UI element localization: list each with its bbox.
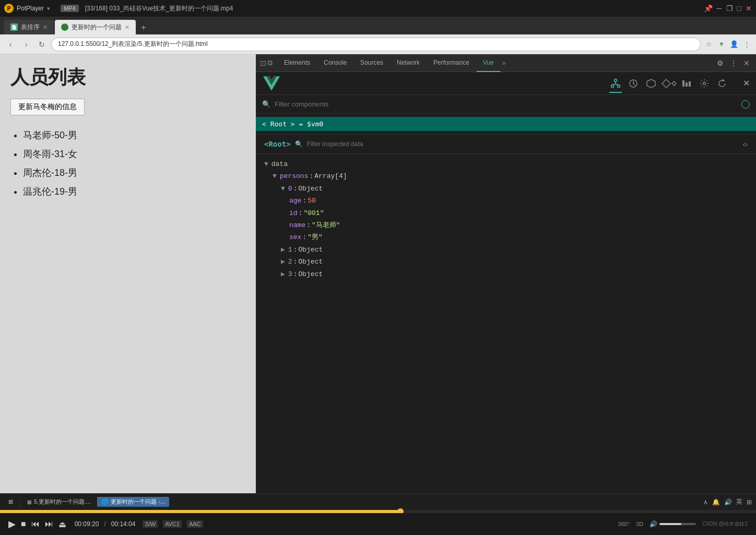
root-component-item[interactable]: < Root > = $vm0 — [256, 117, 756, 131]
tab-performance[interactable]: Performance — [427, 54, 476, 72]
tab-vue[interactable]: Vue — [477, 54, 500, 72]
device-mode-icon[interactable]: ⧉ — [267, 58, 273, 67]
svg-point-2 — [618, 85, 620, 87]
component-tree-icon[interactable] — [607, 75, 624, 92]
open-button[interactable]: ⏏ — [58, 519, 66, 529]
volume-fill — [659, 523, 681, 525]
tab-1[interactable]: 📄 表排序 ✕ — [4, 20, 54, 34]
next-button[interactable]: ⏭ — [45, 519, 53, 529]
codec2-badge: AAC — [187, 520, 203, 528]
inspector-search-icon[interactable]: 🔍 — [295, 140, 303, 148]
player-controls: ▶ ■ ⏮ ⏭ ⏏ 00:09:20 / 00:14:04 S/W AVC1 A… — [0, 513, 756, 535]
svg-marker-7 — [647, 79, 655, 88]
maximize-icon[interactable]: □ — [737, 4, 741, 13]
router-icon[interactable] — [660, 75, 677, 92]
tab1-close[interactable]: ✕ — [43, 24, 48, 31]
taskbar-windows-icon[interactable]: ⊞ — [4, 497, 17, 506]
window-controls: 📌 ─ ❐ □ ✕ — [704, 4, 752, 13]
element-picker-icon[interactable]: ⊡ — [260, 59, 266, 67]
taskbar-item-2[interactable]: 🌐 更新时的一个问题 -... — [97, 497, 169, 507]
svg-rect-10 — [682, 80, 684, 87]
extensions-icon[interactable]: ▼ — [716, 39, 727, 50]
new-tab-button[interactable]: + — [137, 21, 150, 34]
forward-button[interactable]: › — [20, 38, 32, 51]
persons-array[interactable]: ▼ persons : Array[4] — [264, 170, 748, 182]
tab-console[interactable]: Console — [317, 54, 353, 72]
bookmark-star-icon[interactable]: ☆ — [704, 39, 714, 50]
item2-key: 2 — [288, 256, 292, 268]
tab-network[interactable]: Network — [391, 54, 426, 72]
more-options-icon[interactable]: ⋮ — [728, 58, 739, 68]
vue-settings-icon[interactable] — [696, 75, 713, 92]
minimize-icon[interactable]: ─ — [717, 4, 722, 13]
tray-volume-icon[interactable]: 🔊 — [724, 498, 732, 506]
refresh-button[interactable]: ↻ — [36, 38, 48, 51]
address-input[interactable] — [51, 38, 701, 51]
codec1-badge: AVC1 — [163, 520, 182, 528]
id-value: "001" — [303, 207, 324, 219]
stop-button[interactable]: ■ — [21, 519, 26, 529]
svg-line-5 — [616, 84, 619, 85]
vue-refresh-icon[interactable] — [714, 75, 730, 92]
more-tabs-icon[interactable]: » — [502, 60, 506, 67]
vuex-icon[interactable] — [643, 75, 659, 92]
timeline-icon[interactable] — [625, 75, 642, 92]
tab1-favicon: 📄 — [10, 23, 18, 31]
app-arrow[interactable]: ▾ — [47, 5, 50, 12]
item3-object[interactable]: ▶ 3 : Object — [264, 268, 748, 280]
menu-icon[interactable]: ⋮ — [741, 39, 752, 50]
tab2-close[interactable]: ✕ — [125, 24, 129, 31]
volume-icon[interactable]: 🔊 — [649, 520, 657, 528]
restore-icon[interactable]: ❐ — [726, 4, 733, 13]
data-collapse-arrow[interactable]: ▼ — [264, 158, 268, 170]
tray-expand-icon[interactable]: ∧ — [703, 498, 708, 506]
browser-window: 📄 表排序 ✕ 更新时的一个问题 ✕ + ‹ › ↻ ☆ ▼ 👤 ⋮ 人员列表 … — [0, 17, 756, 493]
list-item: 马老师-50-男 — [23, 126, 245, 145]
devtools-panel-close[interactable]: ✕ — [743, 78, 750, 88]
browser-icon: 🌐 — [101, 498, 109, 505]
performance-bar-icon[interactable] — [678, 75, 695, 92]
tab-2[interactable]: 更新时的一个问题 ✕ — [55, 20, 136, 34]
data-section[interactable]: ▼ data — [264, 158, 748, 170]
item3-expand-arrow[interactable]: ▶ — [281, 268, 285, 280]
code-view-icon[interactable]: ‹› — [743, 140, 748, 148]
svg-point-1 — [611, 85, 614, 87]
list-item: 温兆伦-19-男 — [23, 182, 245, 201]
settings-devtools-icon[interactable]: ⚙ — [715, 58, 726, 68]
tray-notification-icon[interactable]: 🔔 — [712, 498, 720, 506]
item0-object[interactable]: ▼ 0 : Object — [264, 183, 748, 195]
volume-slider[interactable] — [659, 523, 696, 525]
play-button[interactable]: ▶ — [8, 518, 16, 530]
update-button[interactable]: 更新马冬梅的信息 — [10, 99, 85, 115]
data-tree: ▼ data ▼ persons : Array[4] ▼ 0 : — [256, 154, 756, 284]
prev-button[interactable]: ⏮ — [31, 519, 40, 529]
speed-badge: S/W — [143, 520, 158, 528]
inspector-root-tag: <Root> — [264, 140, 291, 148]
tab-sources[interactable]: Sources — [354, 54, 389, 72]
close-icon[interactable]: ✕ — [746, 4, 752, 13]
item2-expand-arrow[interactable]: ▶ — [281, 256, 285, 268]
inspector-panel: ▼ data ▼ persons : Array[4] ▼ 0 : — [256, 154, 756, 493]
filter-data-input[interactable] — [307, 140, 739, 148]
item1-object[interactable]: ▶ 1 : Object — [264, 244, 748, 256]
filter-search-icon: 🔍 — [262, 100, 270, 108]
devtools-header-controls: ⚙ ⋮ ✕ — [715, 58, 752, 68]
close-devtools-icon[interactable]: ✕ — [741, 58, 752, 68]
id-field: id : "001" — [264, 207, 748, 219]
tray-language-icon[interactable]: 英 — [736, 497, 742, 506]
account-icon[interactable]: 👤 — [729, 39, 739, 50]
volume-control[interactable]: 🔊 — [649, 520, 696, 528]
item1-expand-arrow[interactable]: ▶ — [281, 244, 285, 256]
filter-components-input[interactable] — [275, 100, 737, 108]
pin-icon[interactable]: 📌 — [704, 4, 713, 13]
tab1-label: 表排序 — [21, 23, 40, 32]
item2-object[interactable]: ▶ 2 : Object — [264, 256, 748, 268]
tab-elements[interactable]: Elements — [278, 54, 316, 72]
taskbar-item-1[interactable]: 🖥 5.更新时的一个问题.... — [22, 497, 95, 507]
vue-logo — [262, 74, 281, 93]
windows-logo: ⊞ — [8, 498, 13, 505]
item1-key: 1 — [288, 244, 292, 256]
persons-collapse-arrow[interactable]: ▼ — [273, 170, 277, 182]
back-button[interactable]: ‹ — [4, 38, 17, 51]
item0-collapse-arrow[interactable]: ▼ — [281, 183, 285, 195]
